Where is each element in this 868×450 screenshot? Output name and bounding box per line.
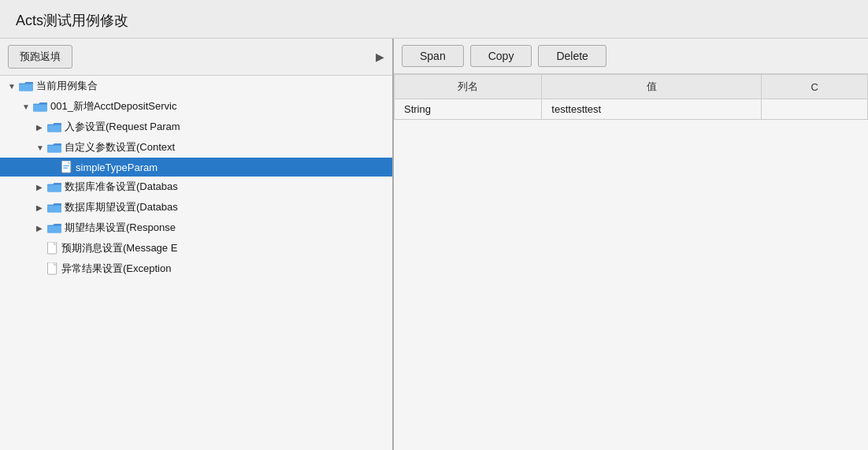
file-blank-icon <box>47 262 58 275</box>
tree-item-label: 当前用例集合 <box>36 79 98 93</box>
table-header-列名: 列名 <box>395 75 542 99</box>
table-header-row: 列名值C <box>395 75 868 99</box>
copy-button[interactable]: Copy <box>470 45 532 67</box>
tree-item-context-params[interactable]: ▼ 自定义参数设置(Context <box>0 137 392 158</box>
svg-rect-1 <box>33 104 47 112</box>
tree-item-label: simpleTypeParam <box>76 162 158 173</box>
tree-item-label: 异常结果设置(Exception <box>61 262 171 276</box>
svg-rect-5 <box>63 165 69 166</box>
table-cell-2 <box>762 99 868 120</box>
tree-arrow-icon: ▼ <box>8 82 19 91</box>
file-icon <box>61 161 72 173</box>
folder-icon <box>19 80 33 91</box>
main-area: 预跑返填 ▶ ▼ 当前用例集合▼ 001_新增AcctDepositServic… <box>0 38 868 450</box>
svg-rect-6 <box>63 167 68 168</box>
svg-rect-8 <box>47 205 61 213</box>
tree-item-label: 数据库准备设置(Databas <box>65 180 178 194</box>
right-table: 列名值C Stringtesttesttest <box>394 74 868 450</box>
file-blank-icon <box>47 242 58 255</box>
tree-arrow-icon: ▶ <box>36 123 47 132</box>
tree-item-simple-type-param[interactable]: simpleTypeParam <box>0 158 392 177</box>
table-row: Stringtesttesttest <box>395 99 868 120</box>
tree-container: ▼ 当前用例集合▼ 001_新增AcctDepositServic▶ 入参设置(… <box>0 76 392 450</box>
svg-rect-2 <box>47 125 61 132</box>
tree-item-label: 入参设置(Request Param <box>65 120 180 134</box>
span-button[interactable]: Span <box>402 45 464 67</box>
folder-icon <box>33 101 47 112</box>
scroll-arrow-icon[interactable]: ▶ <box>376 50 384 63</box>
folder-icon <box>47 181 61 192</box>
tree-arrow-icon: ▶ <box>36 203 47 212</box>
table-header-值: 值 <box>542 75 762 99</box>
tree-arrow-icon: ▶ <box>36 224 47 232</box>
tree-item-response-expect[interactable]: ▶ 期望结果设置(Response <box>0 218 392 238</box>
svg-rect-9 <box>47 225 61 233</box>
right-panel: SpanCopyDelete 列名值C Stringtesttesttest <box>394 39 868 450</box>
tree-arrow-icon: ▼ <box>22 102 33 111</box>
tree-arrow-icon: ▼ <box>36 143 47 152</box>
svg-rect-3 <box>47 145 61 153</box>
tree-item-input-params[interactable]: ▶ 入参设置(Request Param <box>0 117 392 137</box>
tree-item-db-prepare[interactable]: ▶ 数据库准备设置(Databas <box>0 177 392 197</box>
table-cell-1: testtesttest <box>542 99 762 120</box>
tree-item-db-expect[interactable]: ▶ 数据库期望设置(Databas <box>0 197 392 218</box>
table-body: Stringtesttesttest <box>395 99 868 120</box>
tree-item-message-expect[interactable]: 预期消息设置(Message E <box>0 238 392 258</box>
app-container: Acts测试用例修改 预跑返填 ▶ ▼ 当前用例集合▼ 001_新增AcctDe… <box>0 0 868 450</box>
folder-icon <box>47 121 61 132</box>
tree-item-exception-result[interactable]: 异常结果设置(Exception <box>0 258 392 279</box>
page-title: Acts测试用例修改 <box>0 0 868 38</box>
tree-item-root[interactable]: ▼ 当前用例集合 <box>0 76 392 96</box>
table-header-C: C <box>762 75 868 99</box>
delete-button[interactable]: Delete <box>538 45 606 67</box>
tree-item-case001[interactable]: ▼ 001_新增AcctDepositServic <box>0 96 392 117</box>
tree-item-label: 自定义参数设置(Context <box>65 140 175 154</box>
data-table: 列名值C Stringtesttesttest <box>394 74 868 120</box>
left-panel: 预跑返填 ▶ ▼ 当前用例集合▼ 001_新增AcctDepositServic… <box>0 39 394 450</box>
left-toolbar: 预跑返填 ▶ <box>0 39 392 76</box>
svg-rect-7 <box>47 184 61 192</box>
tree-item-label: 001_新增AcctDepositServic <box>50 99 176 113</box>
prerun-button[interactable]: 预跑返填 <box>8 45 72 69</box>
right-toolbar: SpanCopyDelete <box>394 39 868 74</box>
tree-item-label: 预期消息设置(Message E <box>61 241 177 255</box>
tree-item-label: 数据库期望设置(Databas <box>65 200 178 214</box>
tree-arrow-icon: ▶ <box>36 183 47 192</box>
folder-icon <box>47 142 61 153</box>
svg-rect-0 <box>19 84 33 91</box>
tree-item-label: 期望结果设置(Response <box>65 221 176 235</box>
table-cell-0: String <box>395 99 542 120</box>
folder-icon <box>47 202 61 213</box>
folder-icon <box>47 222 61 233</box>
